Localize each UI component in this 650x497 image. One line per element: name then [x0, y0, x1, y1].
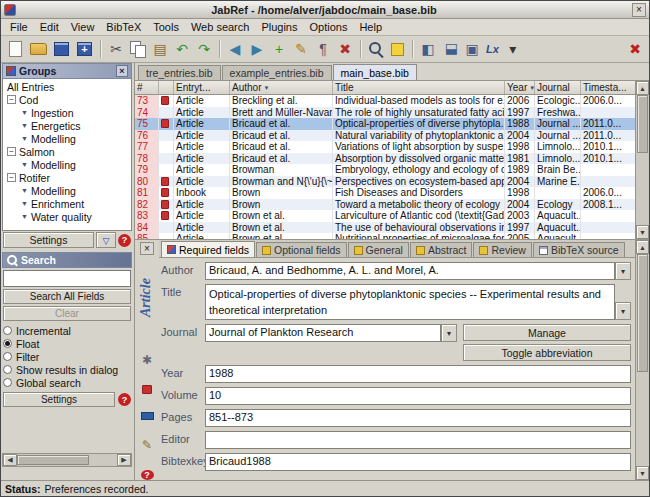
copy-icon[interactable] [128, 39, 148, 59]
file-tab-tre-entries-bib[interactable]: tre_entries.bib [138, 65, 221, 80]
table-row[interactable]: 83ArticleBrown et al.Larviculture of Atl… [135, 210, 635, 222]
edit-preamble-icon[interactable]: ¶ [313, 39, 333, 59]
menu-plugins[interactable]: Plugins [255, 20, 303, 34]
editor-tab-optional-fields[interactable]: Optional fields [256, 242, 347, 257]
title-input[interactable]: Optical-properties of diverse phytoplank… [205, 284, 615, 320]
editor-scroll-up-icon[interactable]: ▲ [636, 240, 649, 254]
groups-close-icon[interactable]: × [116, 65, 128, 77]
toggle-abbreviation-button[interactable]: Toggle abbreviation [463, 344, 631, 361]
table-row[interactable]: 78ArticleBricaud et al.Absorption by dis… [135, 153, 635, 165]
table-scroll-thumb[interactable] [637, 95, 648, 153]
radio-icon[interactable] [3, 326, 12, 335]
undo-icon[interactable]: ↶ [172, 39, 192, 59]
volume-input[interactable]: 10 [205, 387, 631, 405]
search-help-icon[interactable]: ? [118, 393, 131, 406]
editor-tab-review[interactable]: Review [473, 242, 531, 257]
table-scroll-track[interactable] [636, 95, 649, 225]
manage-button[interactable]: Manage [463, 324, 631, 341]
open-book-icon[interactable] [141, 412, 154, 420]
scroll-left-icon[interactable]: ◀ [3, 454, 17, 466]
group-item-salmon[interactable]: −Salmon [3, 145, 131, 158]
generate-key-icon[interactable]: ✱ [142, 353, 152, 367]
toggle-entry-editor-icon[interactable]: ▣ [462, 39, 482, 59]
editor-scroll-track[interactable] [636, 254, 649, 466]
editor-tab-general[interactable]: General [348, 242, 409, 257]
scroll-down-icon[interactable]: ▼ [636, 225, 649, 239]
search-option-global-search[interactable]: Global search [3, 376, 131, 389]
editor-tab-required-fields[interactable]: Required fields [161, 241, 255, 257]
menu-tools[interactable]: Tools [147, 20, 185, 34]
group-item-all-entries[interactable]: All Entries [3, 80, 131, 93]
table-row[interactable]: 76ArticleBricaud et al.Natural variabili… [135, 130, 635, 142]
new-database-icon[interactable] [9, 41, 22, 57]
group-item-modelling[interactable]: ▼Modelling [3, 184, 131, 197]
hscroll-thumb[interactable] [17, 455, 89, 465]
help-icon[interactable]: ? [141, 470, 154, 480]
titlebar[interactable]: JabRef - /home/alver/jabdoc/main_base.bi… [1, 1, 649, 19]
author-input[interactable]: Bricaud, A. and Bedhomme, A. L. and More… [205, 262, 615, 280]
radio-icon[interactable] [3, 378, 12, 387]
menu-web-search[interactable]: Web search [185, 20, 256, 34]
column-header-icon[interactable]: # [135, 81, 159, 94]
journal-dropdown-icon[interactable]: ▾ [441, 324, 457, 342]
column-header-icon[interactable] [159, 81, 174, 94]
table-row[interactable]: 75ArticleBricaud et al.Optical-propertie… [135, 118, 635, 130]
tree-collapse-icon[interactable]: − [7, 173, 16, 182]
author-dropdown-icon[interactable]: ▾ [615, 262, 631, 280]
write-xmp-icon[interactable]: ✎ [142, 438, 152, 452]
groups-help-icon[interactable]: ? [118, 234, 131, 247]
editor-input[interactable] [205, 431, 631, 449]
editor-tab-bibtex-source[interactable]: BibTeX source [533, 242, 625, 257]
back-icon[interactable]: ◀ [225, 39, 245, 59]
menu-edit[interactable]: Edit [34, 20, 65, 34]
close-database-icon[interactable]: ✖ [625, 39, 645, 59]
column-header-year[interactable]: Year▼ [505, 81, 535, 94]
column-header-author[interactable]: Author▼ [230, 81, 333, 94]
menu-bibtex[interactable]: BibTeX [100, 20, 147, 34]
group-item-modelling[interactable]: ▼Modelling [3, 132, 131, 145]
search-settings-button[interactable]: Settings [3, 392, 115, 407]
editor-tab-abstract[interactable]: Abstract [410, 242, 473, 257]
group-item-water-quality[interactable]: ▼Water quality [3, 210, 131, 223]
column-header-timesta[interactable]: Timesta... [581, 81, 637, 94]
window-close-button[interactable]: × [632, 3, 646, 17]
search-toggle-icon[interactable] [366, 39, 386, 59]
search-input[interactable] [3, 270, 131, 287]
column-header-title[interactable]: Title [333, 81, 505, 94]
table-row[interactable]: 77ArticleBricaud et al.Variations of lig… [135, 141, 635, 153]
bibtexkey-input[interactable]: Bricaud1988 [205, 453, 631, 471]
table-row[interactable]: 79ArticleBrowmanEmbryology, ethology and… [135, 164, 635, 176]
group-item-cod[interactable]: −Cod [3, 93, 131, 106]
group-item-ingestion[interactable]: ▼Ingestion [3, 106, 131, 119]
search-option-incremental[interactable]: Incremental [3, 324, 131, 337]
toggle-preview-icon[interactable]: ◧ [440, 39, 460, 59]
groups-settings-button[interactable]: Settings [3, 232, 94, 248]
cut-icon[interactable]: ✂ [106, 39, 126, 59]
group-item-rotifer[interactable]: −Rotifer [3, 171, 131, 184]
tree-collapse-icon[interactable]: − [7, 147, 16, 156]
edit-strings-icon[interactable]: ✖ [335, 39, 355, 59]
column-header-journal[interactable]: Journal [535, 81, 581, 94]
menu-options[interactable]: Options [303, 20, 353, 34]
year-input[interactable]: 1988 [205, 365, 631, 383]
group-item-enrichment[interactable]: ▼Enrichment [3, 197, 131, 210]
table-row[interactable]: 81InbookBrownFish Diseases and Disorders… [135, 187, 635, 199]
menu-view[interactable]: View [65, 20, 101, 34]
menu-file[interactable]: File [4, 20, 34, 34]
forward-icon[interactable]: ▶ [247, 39, 267, 59]
table-row[interactable]: 73ArticleBreckling et al.Individual-base… [135, 95, 635, 107]
pdf-icon[interactable] [142, 385, 152, 394]
highlight-groups-icon[interactable] [391, 43, 404, 56]
push-to-latex-icon[interactable]: Lx [484, 39, 501, 59]
redo-icon[interactable]: ↷ [194, 39, 214, 59]
file-tab-main-base-bib[interactable]: main_base.bib [333, 64, 417, 80]
editor-scroll-down-icon[interactable]: ▼ [636, 466, 649, 480]
group-item-energetics[interactable]: ▼Energetics [3, 119, 131, 132]
group-item-modelling[interactable]: ▼Modelling [3, 158, 131, 171]
scroll-right-icon[interactable]: ▶ [117, 454, 131, 466]
title-dropdown-icon[interactable]: ▾ [615, 302, 631, 320]
menu-help[interactable]: Help [353, 20, 388, 34]
groups-expand-button[interactable]: ▽ [96, 232, 116, 248]
scroll-up-icon[interactable]: ▲ [636, 81, 649, 95]
search-all-fields-button[interactable]: Search All Fields [3, 289, 131, 304]
